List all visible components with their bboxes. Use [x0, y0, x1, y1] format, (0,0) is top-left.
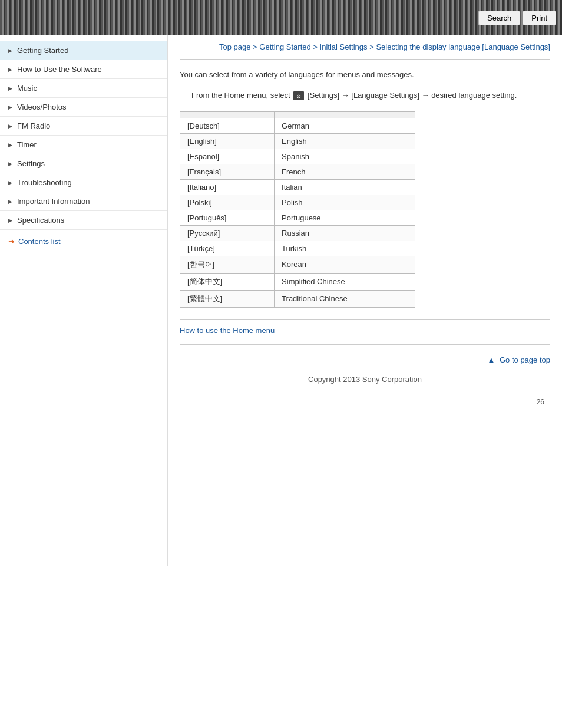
language-table: [Deutsch]German[English]English[Español]…	[180, 111, 415, 308]
sidebar-item-music[interactable]: ▶ Music	[0, 79, 167, 98]
contents-list-link[interactable]: ➜ Contents list	[0, 230, 167, 251]
table-cell-language: German	[275, 118, 415, 133]
table-row: [简体中文]Simplified Chinese	[180, 273, 415, 290]
breadcrumb-current-page[interactable]: Selecting the display language [Language…	[376, 42, 550, 51]
sidebar-label-videos-photos: Videos/Photos	[17, 103, 67, 111]
table-cell-language: English	[275, 133, 415, 149]
breadcrumb-getting-started[interactable]: Getting Started	[259, 42, 310, 51]
table-cell-code: [繁體中文]	[180, 290, 275, 307]
header: Search Print	[0, 0, 562, 35]
go-to-page-top-link[interactable]: ▲ Go to page top	[487, 355, 550, 364]
sidebar-label-troubleshooting: Troubleshooting	[17, 178, 72, 187]
table-cell-code: [Русский]	[180, 225, 275, 241]
table-row: [Português]Portuguese	[180, 210, 415, 225]
page-number: 26	[180, 396, 550, 409]
table-cell-language: Spanish	[275, 149, 415, 164]
breadcrumb-initial-settings[interactable]: Initial Settings	[320, 42, 368, 51]
table-cell-language: French	[275, 164, 415, 179]
sidebar-label-timer: Timer	[17, 140, 37, 149]
sidebar-item-settings[interactable]: ▶ Settings	[0, 154, 167, 173]
sidebar-arrow-troubleshooting: ▶	[8, 180, 12, 186]
table-cell-code: [한국어]	[180, 256, 275, 273]
sidebar-arrow-specifications: ▶	[8, 218, 12, 223]
sidebar-arrow-music: ▶	[8, 85, 12, 91]
table-cell-code: [Português]	[180, 210, 275, 225]
home-menu-link[interactable]: How to use the Home menu	[180, 326, 275, 335]
go-top-divider	[180, 344, 550, 345]
sidebar-arrow-settings: ▶	[8, 161, 12, 167]
sidebar-item-important-info[interactable]: ▶ Important Information	[0, 192, 167, 211]
sidebar-label-settings: Settings	[17, 159, 45, 168]
table-header-language	[275, 111, 415, 118]
arrow-right-1: →	[342, 91, 349, 100]
table-cell-language: Simplified Chinese	[275, 273, 415, 290]
table-row: [Deutsch]German	[180, 118, 415, 133]
sidebar-item-how-to-use[interactable]: ▶ How to Use the Software	[0, 60, 167, 79]
table-header-code	[180, 111, 275, 118]
go-top-triangle-icon: ▲	[487, 355, 495, 364]
bottom-divider	[180, 319, 550, 320]
table-cell-language: Polish	[275, 195, 415, 210]
go-top-label: Go to page top	[500, 355, 550, 364]
footer: Copyright 2013 Sony Corporation	[180, 369, 550, 396]
table-row: [한국어]Korean	[180, 256, 415, 273]
table-row: [English]English	[180, 133, 415, 149]
table-row: [繁體中文]Traditional Chinese	[180, 290, 415, 307]
search-button[interactable]: Search	[478, 11, 520, 25]
sidebar: ▶ Getting Started ▶ How to Use the Softw…	[0, 35, 168, 566]
sidebar-label-important-info: Important Information	[17, 197, 90, 206]
table-cell-code: [简体中文]	[180, 273, 275, 290]
table-row: [Italiano]Italian	[180, 179, 415, 195]
main-layout: ▶ Getting Started ▶ How to Use the Softw…	[0, 35, 562, 566]
table-cell-language: Traditional Chinese	[275, 290, 415, 307]
sidebar-item-getting-started[interactable]: ▶ Getting Started	[0, 41, 167, 60]
sidebar-item-specifications[interactable]: ▶ Specifications	[0, 211, 167, 230]
table-cell-language: Portuguese	[275, 210, 415, 225]
contents-list-label: Contents list	[18, 237, 61, 246]
sidebar-label-music: Music	[17, 84, 37, 93]
contents-list-arrow-icon: ➜	[8, 237, 15, 246]
content-area: Top page > Getting Started > Initial Set…	[168, 35, 562, 566]
breadcrumb-top-page[interactable]: Top page	[219, 42, 251, 51]
table-cell-language: Italian	[275, 179, 415, 195]
table-cell-code: [Deutsch]	[180, 118, 275, 133]
sidebar-arrow-important-info: ▶	[8, 199, 12, 205]
sidebar-item-timer[interactable]: ▶ Timer	[0, 136, 167, 154]
top-divider	[180, 59, 550, 60]
sidebar-arrow-fm-radio: ▶	[8, 123, 12, 129]
sidebar-arrow-timer: ▶	[8, 142, 12, 148]
sidebar-label-specifications: Specifications	[17, 216, 64, 225]
table-cell-code: [Polski]	[180, 195, 275, 210]
print-button[interactable]: Print	[523, 11, 556, 25]
table-row: [Español]Spanish	[180, 149, 415, 164]
table-cell-language: Korean	[275, 256, 415, 273]
sidebar-label-how-to-use: How to Use the Software	[17, 65, 102, 74]
breadcrumb: Top page > Getting Started > Initial Set…	[180, 41, 550, 53]
sidebar-label-getting-started: Getting Started	[17, 46, 68, 55]
table-cell-code: [Español]	[180, 149, 275, 164]
sidebar-label-fm-radio: FM Radio	[17, 121, 50, 130]
copyright-text: Copyright 2013 Sony Corporation	[308, 375, 422, 384]
table-cell-language: Turkish	[275, 241, 415, 256]
instruction: From the Home menu, select ⚙ [Settings] …	[191, 90, 550, 102]
table-row: [Русский]Russian	[180, 225, 415, 241]
go-top-section: ▲ Go to page top	[180, 351, 550, 369]
table-cell-code: [English]	[180, 133, 275, 149]
sidebar-arrow-getting-started: ▶	[8, 48, 12, 54]
sidebar-arrow-how-to-use: ▶	[8, 67, 12, 73]
sidebar-item-fm-radio[interactable]: ▶ FM Radio	[0, 117, 167, 136]
sidebar-item-troubleshooting[interactable]: ▶ Troubleshooting	[0, 173, 167, 192]
table-cell-code: [Italiano]	[180, 179, 275, 195]
sidebar-arrow-videos-photos: ▶	[8, 104, 12, 110]
arrow-right-2: →	[422, 91, 429, 100]
description: You can select from a variety of languag…	[180, 69, 550, 81]
settings-icon: ⚙	[296, 94, 301, 100]
table-cell-code: [Français]	[180, 164, 275, 179]
sidebar-item-videos-photos[interactable]: ▶ Videos/Photos	[0, 98, 167, 117]
header-buttons: Search Print	[478, 11, 556, 25]
table-cell-language: Russian	[275, 225, 415, 241]
table-row: [Polski]Polish	[180, 195, 415, 210]
table-cell-code: [Türkçe]	[180, 241, 275, 256]
table-row: [Français]French	[180, 164, 415, 179]
table-row: [Türkçe]Turkish	[180, 241, 415, 256]
